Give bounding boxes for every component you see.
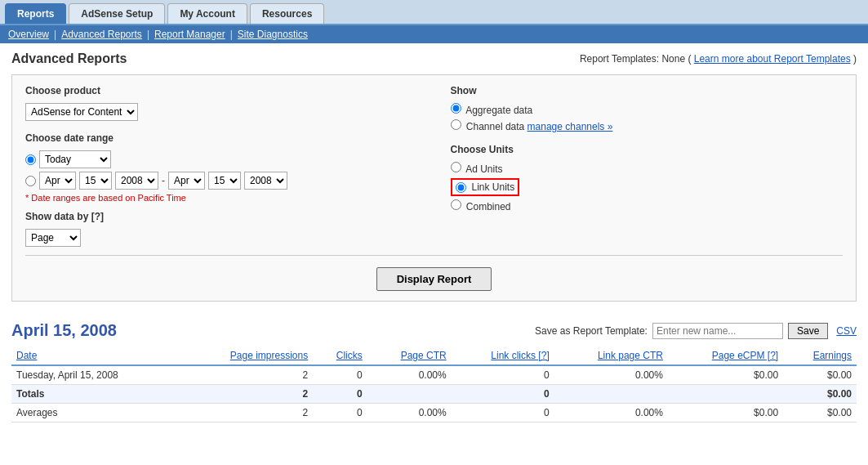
from-day-select[interactable]: 15	[79, 172, 112, 190]
choose-product-section: Choose product AdSense for Content AdSen…	[25, 85, 418, 121]
data-cell: Tuesday, April 15, 2008	[11, 365, 180, 385]
subnav-site-diagnostics[interactable]: Site Diagnostics	[238, 29, 308, 40]
results-header: April 15, 2008 Save as Report Template: …	[11, 321, 857, 340]
subnav-sep-2: |	[147, 29, 149, 40]
table-header: Date Page impressions Clicks Page CTR Li…	[11, 347, 857, 365]
choose-units-label: Choose Units	[451, 144, 844, 155]
to-month-select[interactable]: Apr	[168, 172, 205, 190]
save-template-input[interactable]	[652, 323, 783, 339]
manage-channels-link[interactable]: manage channels »	[527, 121, 613, 132]
from-month-select[interactable]: Apr	[39, 172, 76, 190]
date-range-section: Choose date range Today Yesterday Last 7…	[25, 132, 418, 203]
tab-reports[interactable]: Reports	[5, 3, 66, 24]
report-templates-label: Report Templates:	[580, 53, 659, 65]
table-body: Tuesday, April 15, 2008 2 0 0.00% 0 0.00…	[11, 365, 857, 423]
date-range-dash: -	[162, 175, 165, 186]
col-clicks[interactable]: Clicks	[313, 347, 367, 365]
channel-radio[interactable]	[451, 119, 461, 130]
data-cell: $0.00	[783, 365, 857, 385]
averages-cell: $0.00	[783, 404, 857, 423]
averages-cell: 0.00%	[554, 404, 668, 423]
ad-units-radio[interactable]	[451, 162, 461, 172]
subnav-report-manager[interactable]: Report Manager	[154, 29, 225, 40]
tab-adsense-setup[interactable]: AdSense Setup	[69, 3, 165, 24]
tab-resources[interactable]: Resources	[250, 3, 324, 24]
show-data-by-section: Show data by [?] Page URL Domain	[25, 211, 418, 247]
data-cell: 2	[180, 365, 313, 385]
totals-cell: Totals	[11, 385, 180, 404]
report-templates-value: None	[661, 53, 685, 65]
channel-data-option: Channel data manage channels »	[451, 119, 844, 132]
col-link-page-ctr[interactable]: Link page CTR	[554, 347, 668, 365]
product-select[interactable]: AdSense for Content AdSense for Search	[25, 103, 138, 121]
custom-date-radio[interactable]	[25, 176, 36, 186]
today-radio[interactable]	[25, 154, 36, 165]
show-label: Show	[451, 85, 844, 96]
data-cell: 0.00%	[554, 365, 668, 385]
averages-cell: 0	[452, 404, 554, 423]
page-header: Advanced Reports Report Templates: None …	[11, 51, 857, 66]
data-cell: $0.00	[668, 365, 783, 385]
top-navigation: Reports AdSense Setup My Account Resourc…	[0, 0, 868, 25]
col-earnings[interactable]: Earnings	[783, 347, 857, 365]
to-year-select[interactable]: 2008	[244, 172, 287, 190]
save-template-button[interactable]: Save	[788, 323, 828, 339]
averages-cell: 0	[313, 404, 367, 423]
today-select[interactable]: Today Yesterday Last 7 days	[39, 150, 111, 168]
table-header-row: Date Page impressions Clicks Page CTR Li…	[11, 347, 857, 365]
report-table: Date Page impressions Clicks Page CTR Li…	[11, 347, 857, 423]
link-units-highlighted: Link Units	[451, 178, 520, 196]
totals-cell: 2	[180, 385, 313, 404]
display-report-button[interactable]: Display Report	[376, 267, 492, 291]
report-templates-area: Report Templates: None ( Learn more abou…	[580, 53, 857, 65]
show-section: Show Aggregate data Channel data manage …	[451, 85, 844, 132]
to-day-select[interactable]: 15	[208, 172, 241, 190]
totals-cell: 0	[313, 385, 367, 404]
ad-units-option: Ad Units	[451, 162, 844, 175]
totals-cell: 0	[452, 385, 554, 404]
subnav-sep-3: |	[230, 29, 233, 40]
results-date-heading: April 15, 2008	[11, 321, 117, 340]
col-page-impressions[interactable]: Page impressions	[180, 347, 313, 365]
show-data-by-select[interactable]: Page URL Domain	[25, 229, 81, 247]
combined-label: Combined	[466, 201, 511, 212]
results-section: April 15, 2008 Save as Report Template: …	[0, 321, 868, 434]
from-year-select[interactable]: 2008	[115, 172, 158, 190]
link-units-label: Link Units	[472, 181, 515, 193]
aggregate-radio[interactable]	[451, 103, 461, 114]
subnav-overview[interactable]: Overview	[8, 29, 49, 40]
tab-my-account[interactable]: My Account	[167, 3, 247, 24]
show-data-by-label: Show data by [?]	[25, 211, 418, 222]
col-date[interactable]: Date	[11, 347, 180, 365]
options-panel: Choose product AdSense for Content AdSen…	[11, 74, 857, 302]
today-row: Today Yesterday Last 7 days	[25, 150, 418, 168]
panel-columns: Choose product AdSense for Content AdSen…	[25, 85, 843, 247]
col-link-clicks[interactable]: Link clicks [?]	[452, 347, 554, 365]
col-page-ctr[interactable]: Page CTR	[367, 347, 452, 365]
link-units-option: Link Units	[451, 178, 844, 196]
data-cell: 0	[452, 365, 554, 385]
ad-units-label: Ad Units	[465, 163, 502, 175]
panel-left: Choose product AdSense for Content AdSen…	[25, 85, 418, 247]
csv-link[interactable]: CSV	[836, 325, 857, 337]
col-page-ecpm[interactable]: Page eCPM [?]	[668, 347, 783, 365]
combined-radio[interactable]	[451, 199, 461, 210]
averages-cell: $0.00	[668, 404, 783, 423]
aggregate-data-option: Aggregate data	[451, 103, 844, 116]
custom-date-row: Apr 15 2008 - Apr 15	[25, 172, 418, 190]
aggregate-label: Aggregate data	[465, 105, 532, 116]
date-range-note: * Date ranges are based on Pacific Time	[25, 193, 418, 203]
subnav-advanced-reports[interactable]: Advanced Reports	[61, 29, 142, 40]
link-units-radio[interactable]	[456, 182, 466, 193]
learn-more-link[interactable]: Learn more about Report Templates	[694, 53, 851, 65]
totals-cell	[668, 385, 783, 404]
subnav-sep-1: |	[54, 29, 56, 40]
totals-cell: $0.00	[783, 385, 857, 404]
channel-label: Channel data	[466, 121, 524, 132]
table-row: Tuesday, April 15, 2008 2 0 0.00% 0 0.00…	[11, 365, 857, 385]
date-range-label: Choose date range	[25, 132, 418, 144]
display-report-section: Display Report	[25, 255, 843, 291]
combined-option: Combined	[451, 199, 844, 212]
averages-cell: 0.00%	[367, 404, 452, 423]
data-cell: 0.00%	[367, 365, 452, 385]
